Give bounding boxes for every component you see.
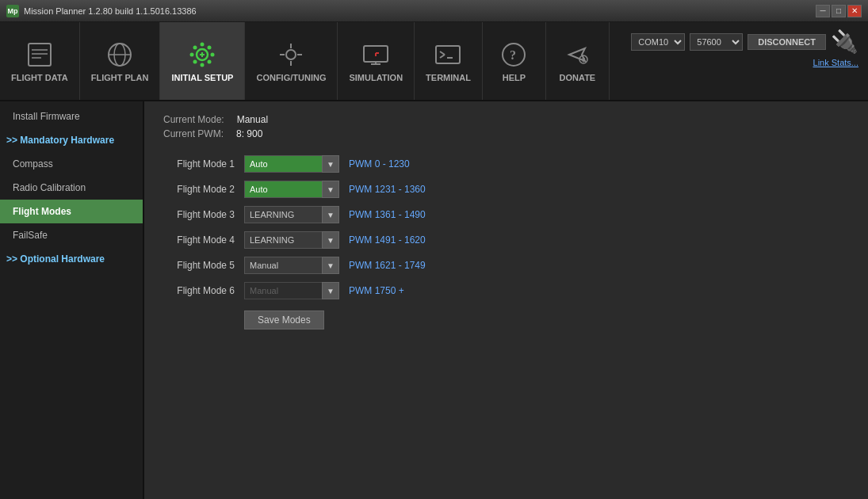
nav-help[interactable]: ? HELP bbox=[483, 22, 546, 100]
help-icon: ? bbox=[499, 40, 529, 70]
flight-modes-grid: Flight Mode 1 Auto Manual LEARNING STEER… bbox=[163, 155, 849, 329]
flight-mode-2-pwm: PWM 1231 - 1360 bbox=[349, 184, 444, 195]
flight-mode-4-row: Flight Mode 4 LEARNING Auto Manual ▼ PWM… bbox=[163, 231, 849, 249]
svg-point-13 bbox=[208, 46, 212, 50]
flight-mode-1-select[interactable]: Auto Manual LEARNING STEERING HOLD AUTO … bbox=[244, 155, 339, 173]
flight-mode-3-label: Flight Mode 3 bbox=[163, 209, 235, 220]
flight-mode-2-label: Flight Mode 2 bbox=[163, 184, 235, 195]
app-icon: Mp bbox=[6, 5, 19, 17]
flight-mode-6-select-wrap: Manual ▼ bbox=[244, 282, 339, 299]
navbar: FLIGHT DATA FLIGHT PLAN bbox=[0, 22, 868, 101]
flight-mode-6-pwm: PWM 1750 + bbox=[349, 285, 444, 296]
current-pwm-row: Current PWM: 8: 900 bbox=[163, 128, 849, 139]
flight-mode-3-select-wrap: LEARNING Auto Manual ▼ bbox=[244, 206, 339, 223]
flight-mode-1-row: Flight Mode 1 Auto Manual LEARNING STEER… bbox=[163, 155, 849, 173]
baud-rate-select[interactable]: 57600 9600 115200 bbox=[690, 33, 743, 51]
sidebar-item-flight-modes[interactable]: Flight Modes bbox=[0, 200, 143, 223]
current-mode-row: Current Mode: Manual bbox=[163, 114, 849, 125]
sidebar-item-install-firmware[interactable]: Install Firmware bbox=[0, 105, 143, 128]
sidebar-item-radio-calibration[interactable]: Radio Calibration bbox=[0, 176, 143, 200]
minimize-button[interactable]: ─ bbox=[816, 5, 830, 17]
nav-flight-plan[interactable]: FLIGHT PLAN bbox=[80, 22, 161, 100]
flight-mode-4-pwm: PWM 1491 - 1620 bbox=[349, 234, 444, 246]
window-title: Mission Planner 1.2.80 build 1.1.5016.13… bbox=[24, 6, 816, 16]
nav-terminal[interactable]: TERMINAL bbox=[415, 22, 483, 100]
nav-simulation[interactable]: SIMULATION bbox=[338, 22, 415, 100]
svg-point-9 bbox=[201, 63, 205, 67]
flight-mode-6-row: Flight Mode 6 Manual ▼ PWM 1750 + bbox=[163, 282, 849, 299]
flight-mode-4-select[interactable]: LEARNING Auto Manual bbox=[244, 231, 339, 249]
nav-simulation-label: SIMULATION bbox=[349, 73, 403, 82]
sidebar-mandatory-hardware[interactable]: >> Mandatory Hardware bbox=[0, 128, 143, 152]
nav-flight-plan-label: FLIGHT PLAN bbox=[91, 73, 149, 82]
close-button[interactable]: ✕ bbox=[847, 5, 862, 17]
svg-line-30 bbox=[440, 55, 445, 58]
flight-mode-2-row: Flight Mode 2 Auto Manual LEARNING ▼ PWM… bbox=[163, 181, 849, 198]
content-area: Current Mode: Manual Current PWM: 8: 900… bbox=[144, 101, 868, 499]
window-controls: ─ □ ✕ bbox=[816, 5, 862, 17]
plug-icon: 🔌 bbox=[831, 29, 858, 55]
flight-plan-icon bbox=[105, 40, 135, 70]
svg-text:$: $ bbox=[582, 56, 586, 63]
svg-point-12 bbox=[193, 46, 197, 50]
nav-initial-setup[interactable]: INITIAL SETUP bbox=[160, 22, 245, 100]
nav-flight-data[interactable]: FLIGHT DATA bbox=[0, 22, 80, 100]
donate-icon: $ bbox=[562, 40, 592, 70]
nav-donate-label: DONATE bbox=[560, 73, 596, 82]
flight-mode-3-select[interactable]: LEARNING Auto Manual bbox=[244, 206, 339, 223]
flight-data-icon bbox=[25, 40, 55, 70]
svg-rect-0 bbox=[29, 44, 51, 66]
svg-point-10 bbox=[190, 53, 194, 57]
nav-config-tuning[interactable]: CONFIG/TUNING bbox=[245, 22, 338, 100]
nav-initial-setup-label: INITIAL SETUP bbox=[171, 73, 233, 82]
svg-point-8 bbox=[201, 43, 205, 47]
flight-mode-4-select-wrap: LEARNING Auto Manual ▼ bbox=[244, 231, 339, 249]
flight-mode-3-pwm: PWM 1361 - 1490 bbox=[349, 209, 444, 220]
svg-rect-28 bbox=[436, 46, 460, 63]
com-port-select[interactable]: COM10 COM1 COM2 bbox=[631, 33, 685, 51]
maximize-button[interactable]: □ bbox=[832, 5, 846, 17]
flight-mode-6-select[interactable]: Manual bbox=[244, 282, 339, 299]
simulation-icon bbox=[361, 40, 391, 70]
config-tuning-icon bbox=[276, 40, 306, 70]
flight-mode-3-row: Flight Mode 3 LEARNING Auto Manual ▼ PWM… bbox=[163, 206, 849, 223]
sidebar-item-compass[interactable]: Compass bbox=[0, 152, 143, 176]
svg-text:?: ? bbox=[510, 48, 516, 62]
nav-config-tuning-label: CONFIG/TUNING bbox=[256, 73, 326, 82]
disconnect-button[interactable]: DISCONNECT bbox=[748, 34, 826, 50]
flight-mode-2-select-wrap: Auto Manual LEARNING ▼ bbox=[244, 181, 339, 198]
flight-mode-6-label: Flight Mode 6 bbox=[163, 285, 235, 296]
terminal-icon bbox=[433, 40, 463, 70]
flight-mode-2-select[interactable]: Auto Manual LEARNING bbox=[244, 181, 339, 198]
current-mode-value: Manual bbox=[237, 114, 268, 125]
flight-mode-5-label: Flight Mode 5 bbox=[163, 260, 235, 271]
connection-controls: COM10 COM1 COM2 57600 9600 115200 DISCON… bbox=[631, 29, 858, 55]
main-layout: Install Firmware >> Mandatory Hardware C… bbox=[0, 101, 868, 499]
flight-mode-1-label: Flight Mode 1 bbox=[163, 158, 235, 170]
current-pwm-value: 8: 900 bbox=[236, 128, 262, 139]
save-modes-container: Save Modes bbox=[163, 307, 849, 329]
svg-point-18 bbox=[286, 50, 296, 59]
current-mode-label: Current Mode: bbox=[163, 114, 224, 125]
flight-mode-5-row: Flight Mode 5 Manual Auto LEARNING ▼ PWM… bbox=[163, 257, 849, 274]
nav-donate[interactable]: $ DONATE bbox=[546, 22, 610, 100]
sidebar: Install Firmware >> Mandatory Hardware C… bbox=[0, 101, 144, 499]
svg-point-15 bbox=[208, 60, 212, 64]
flight-mode-5-select[interactable]: Manual Auto LEARNING bbox=[244, 257, 339, 274]
svg-point-14 bbox=[193, 60, 197, 64]
title-bar: Mp Mission Planner 1.2.80 build 1.1.5016… bbox=[0, 0, 868, 22]
connection-area: COM10 COM1 COM2 57600 9600 115200 DISCON… bbox=[621, 22, 868, 74]
flight-mode-4-label: Flight Mode 4 bbox=[163, 234, 235, 246]
nav-terminal-label: TERMINAL bbox=[426, 73, 471, 82]
flight-mode-1-pwm: PWM 0 - 1230 bbox=[349, 158, 444, 170]
link-stats-link[interactable]: Link Stats... bbox=[813, 58, 858, 67]
sidebar-optional-hardware[interactable]: >> Optional Hardware bbox=[0, 247, 143, 271]
nav-flight-data-label: FLIGHT DATA bbox=[11, 73, 68, 82]
current-pwm-label: Current PWM: bbox=[163, 128, 224, 139]
initial-setup-icon bbox=[187, 40, 217, 70]
sidebar-item-failsafe[interactable]: FailSafe bbox=[0, 223, 143, 247]
svg-point-11 bbox=[211, 53, 215, 57]
flight-mode-1-select-wrap: Auto Manual LEARNING STEERING HOLD AUTO … bbox=[244, 155, 339, 173]
save-modes-button[interactable]: Save Modes bbox=[244, 310, 324, 329]
flight-mode-5-pwm: PWM 1621 - 1749 bbox=[349, 260, 444, 271]
